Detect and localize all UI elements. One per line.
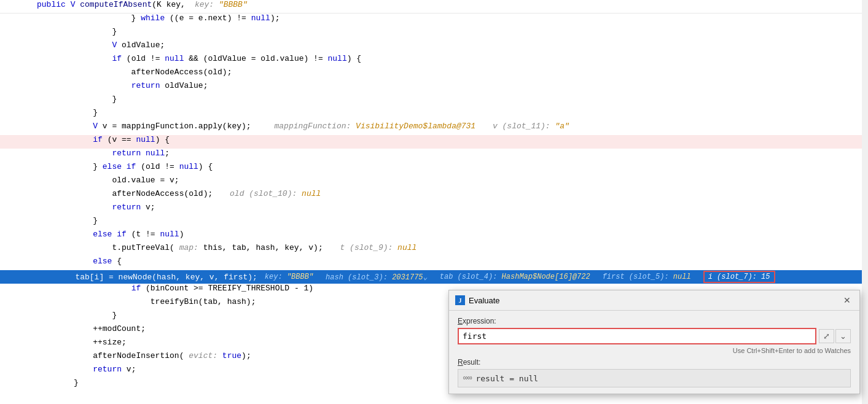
editor-container: public V computeIfAbsent (K key, key: "B… <box>0 0 868 404</box>
code-line: } while ((e = e.next) != null); <box>0 14 868 27</box>
code-line: return v; <box>0 203 868 216</box>
hint-tab: tab (slot_4): HashMap$Node[16]@722 <box>440 273 590 281</box>
code-line: } <box>0 108 868 122</box>
hint-hash: hash (slot_3): 2031775⌄ <box>326 273 428 282</box>
code-line: } else if (old != null) { <box>0 162 868 176</box>
dialog-title-left: J Evaluate <box>455 295 500 305</box>
code-line: V oldValue; <box>0 41 868 54</box>
punc: (K key, <box>152 0 186 9</box>
hint-v: v (slot_11): "a" <box>493 122 569 131</box>
result-icon: ∞∞ <box>463 374 472 383</box>
code-line: else if (t != null) <box>0 230 868 243</box>
code-line: return oldValue; <box>0 81 868 95</box>
type-v: V <box>71 0 76 9</box>
hint-key-selected: key: "BBBB" <box>265 273 313 281</box>
code-line-highlighted: if (v == null) { <box>0 135 868 149</box>
code-line-mapping: V v = mappingFunction.apply(key); mappin… <box>0 122 868 135</box>
code-line: else { <box>0 257 868 270</box>
result-text: result = null <box>475 374 538 383</box>
dialog-title: Evaluate <box>469 296 500 305</box>
code-line: if (old != null && (oldValue = old.value… <box>0 54 868 68</box>
code-line: } <box>0 216 868 230</box>
selected-code-line: tab[i] = newNode(hash, key, v, first); k… <box>0 270 868 284</box>
dialog-icon: J <box>455 295 465 305</box>
code-area: public V computeIfAbsent (K key, key: "B… <box>0 0 868 404</box>
dialog-titlebar: J Evaluate ✕ <box>449 290 859 311</box>
code-line: } <box>0 95 868 108</box>
expand-button[interactable]: ⤢ <box>819 329 834 343</box>
scrollbar-right[interactable] <box>862 0 868 404</box>
code-line-puttreeval: t.putTreeVal( map: this, tab, hash, key,… <box>0 243 868 257</box>
ctrl-hint: Use Ctrl+Shift+Enter to add to Watches <box>458 347 851 354</box>
code-line: afterNodeAccess(old); <box>0 68 868 81</box>
result-area: ∞∞ result = null <box>458 369 851 387</box>
expression-input[interactable] <box>459 329 815 343</box>
hint-mapping: mappingFunction: VisibilityDemo$lambda@7… <box>274 122 475 131</box>
slot7-box: i (slot_7): 15 <box>703 271 775 283</box>
code-line: old.value = v; <box>0 176 868 189</box>
hint-key: key: "BBBB" <box>195 0 248 9</box>
expression-input-container <box>458 328 816 344</box>
dialog-close-button[interactable]: ✕ <box>841 294 853 306</box>
keyword-public: public <box>37 0 66 9</box>
code-line: } <box>0 27 868 41</box>
expr-buttons: ⤢ ⌄ <box>819 329 851 343</box>
hint-first: first (slot_5): null <box>603 273 691 281</box>
code-line-afternodeaccess: afterNodeAccess(old); old (slot_10): nul… <box>0 189 868 203</box>
code-line: return null; <box>0 149 868 162</box>
fn-name: computeIfAbsent <box>80 0 152 9</box>
fn-signature-line: public V computeIfAbsent (K key, key: "B… <box>0 0 868 14</box>
expression-label: Expression: <box>458 317 851 325</box>
dialog-body: Expression: ⤢ ⌄ Use Ctrl+Shi <box>449 311 859 394</box>
hint-t: t (slot_9): null <box>340 243 416 252</box>
hint-old: old (slot_10): null <box>230 189 321 198</box>
expression-row: ⤢ ⌄ <box>458 328 851 344</box>
collapse-button[interactable]: ⌄ <box>835 329 851 343</box>
evaluate-dialog: J Evaluate ✕ Expression: <box>448 290 860 394</box>
result-label: Result: <box>458 358 851 367</box>
